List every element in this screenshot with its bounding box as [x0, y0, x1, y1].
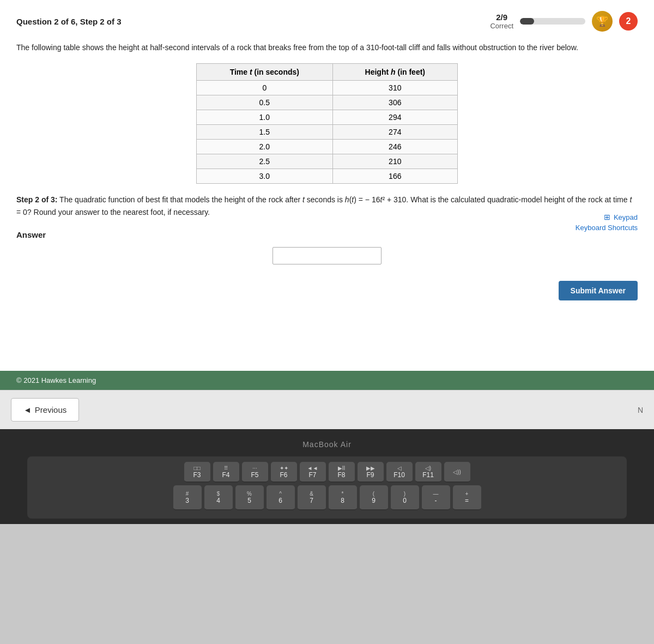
copyright-text: © 2021 Hawkes Learning	[16, 376, 96, 384]
key-3[interactable]: # 3	[173, 485, 202, 510]
key-equals[interactable]: + =	[453, 485, 481, 510]
key-f8[interactable]: ▶II F8	[329, 462, 355, 483]
submit-answer-button[interactable]: Submit Answer	[559, 281, 638, 300]
score-text: 2/9	[490, 13, 513, 22]
key-f12[interactable]: ◁))	[444, 462, 470, 483]
table-cell-height: 210	[332, 154, 457, 169]
key-f9[interactable]: ▶▶ F9	[358, 462, 384, 483]
main-content: Question 2 of 6, Step 2 of 3 2/9 Correct…	[0, 0, 654, 371]
answer-section: Answer Submit Answer	[16, 230, 638, 300]
keyboard: □□ F3 ⠿ F4 ··· F5 ✦✦ F6 ◄◄ F7 ▶II F8	[27, 456, 627, 519]
table-row: 0.5306	[197, 95, 458, 110]
attempt-badge: 2	[619, 12, 638, 31]
key-f5[interactable]: ··· F5	[242, 462, 268, 483]
key-6[interactable]: ^ 6	[267, 485, 295, 510]
question-label: Question 2 of 6, Step 2 of 3	[16, 17, 122, 26]
table-cell-time: 0.5	[197, 95, 333, 110]
keypad-button[interactable]: ⊞ Keypad	[576, 213, 638, 221]
table-row: 3.0166	[197, 169, 458, 184]
answer-input[interactable]	[272, 247, 382, 264]
table-cell-height: 294	[332, 110, 457, 125]
achievement-icon: 🏆	[592, 11, 613, 32]
step-description: The quadratic function of best fit that …	[16, 195, 632, 216]
table-cell-time: 0	[197, 81, 333, 95]
previous-button[interactable]: ◄ Previous	[11, 398, 79, 422]
nav-bar: ◄ Previous N	[0, 390, 654, 429]
keypad-links: ⊞ Keypad Keyboard Shortcuts	[576, 213, 638, 234]
step-text: Step 2 of 3: The quadratic function of b…	[16, 194, 638, 218]
key-f11[interactable]: ◁) F11	[415, 462, 441, 483]
table-col1-header: Time t (in seconds)	[197, 64, 333, 81]
table-row: 2.5210	[197, 154, 458, 169]
question-intro: The following table shows the height at …	[16, 41, 638, 53]
key-f10[interactable]: ◁ F10	[386, 462, 413, 483]
key-7[interactable]: & 7	[298, 485, 326, 510]
macbook-label: MacBook Air	[5, 440, 649, 449]
table-col2-header: Height h (in feet)	[332, 64, 457, 81]
key-0[interactable]: ) 0	[391, 485, 419, 510]
progress-bar-container	[520, 18, 585, 25]
data-table: Time t (in seconds) Height h (in feet) 0…	[196, 63, 458, 184]
key-f7[interactable]: ◄◄ F7	[300, 462, 326, 483]
table-row: 1.0294	[197, 110, 458, 125]
key-minus[interactable]: — -	[422, 485, 450, 510]
table-cell-time: 2.0	[197, 140, 333, 154]
table-cell-time: 1.5	[197, 125, 333, 140]
keyboard-area: MacBook Air □□ F3 ⠿ F4 ··· F5 ✦✦ F6 ◄◄ F…	[0, 429, 654, 524]
answer-input-container	[16, 247, 638, 264]
table-cell-height: 166	[332, 169, 457, 184]
table-row: 0310	[197, 81, 458, 95]
key-4[interactable]: $ 4	[204, 485, 233, 510]
key-9[interactable]: ( 9	[360, 485, 388, 510]
progress-bar-fill	[520, 18, 534, 25]
key-f3[interactable]: □□ F3	[184, 462, 210, 483]
key-f6[interactable]: ✦✦ F6	[271, 462, 297, 483]
keyboard-shortcuts-label: Keyboard Shortcuts	[576, 224, 638, 232]
table-row: 2.0246	[197, 140, 458, 154]
number-key-row: # 3 $ 4 % 5 ^ 6 & 7 * 8	[32, 485, 622, 510]
previous-arrow: ◄	[23, 405, 32, 414]
key-f4[interactable]: ⠿ F4	[213, 462, 239, 483]
table-cell-height: 246	[332, 140, 457, 154]
footer-bar: © 2021 Hawkes Learning	[0, 371, 654, 390]
answer-label: Answer	[16, 230, 638, 239]
table-cell-height: 310	[332, 81, 457, 95]
key-8[interactable]: * 8	[329, 485, 357, 510]
table-cell-time: 1.0	[197, 110, 333, 125]
table-row: 1.5274	[197, 125, 458, 140]
keyboard-shortcuts-link[interactable]: Keyboard Shortcuts	[576, 224, 638, 232]
step-prefix: Step 2 of 3:	[16, 195, 57, 204]
score-label: Correct	[490, 22, 513, 30]
header-bar: Question 2 of 6, Step 2 of 3 2/9 Correct…	[16, 11, 638, 32]
previous-label: Previous	[35, 405, 66, 414]
next-label: N	[638, 406, 643, 414]
keypad-icon: ⊞	[604, 213, 610, 221]
score-area: 2/9 Correct 🏆 2	[490, 11, 638, 32]
keypad-label: Keypad	[614, 213, 638, 221]
table-cell-height: 274	[332, 125, 457, 140]
key-5[interactable]: % 5	[235, 485, 264, 510]
submit-btn-container: Submit Answer	[16, 281, 638, 300]
table-cell-time: 3.0	[197, 169, 333, 184]
fn-key-row: □□ F3 ⠿ F4 ··· F5 ✦✦ F6 ◄◄ F7 ▶II F8	[32, 462, 622, 483]
table-cell-height: 306	[332, 95, 457, 110]
table-cell-time: 2.5	[197, 154, 333, 169]
